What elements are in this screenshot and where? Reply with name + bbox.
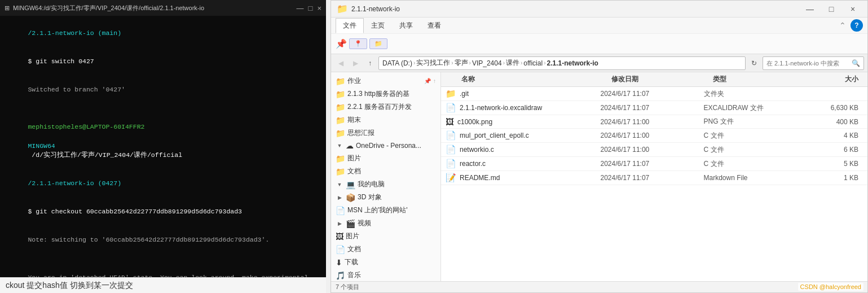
t-line-blank1 <box>5 104 321 113</box>
explorer-minimize-btn[interactable]: — <box>801 3 819 15</box>
breadcrumb-data-d[interactable]: DATA (D:) <box>382 59 412 67</box>
file-row-excalidraw[interactable]: 📄 2.1.1-network-io.excalidraw 2024/6/17 … <box>441 101 867 115</box>
ribbon-tab-file[interactable]: 文件 <box>336 18 364 33</box>
folder-icon: 📁 <box>336 77 345 86</box>
minimize-btn[interactable]: — <box>297 4 304 12</box>
file-row-networkio[interactable]: 📄 networkio.c 2024/6/17 11:00 C 文件 6 KB <box>441 143 867 157</box>
sidebar-item-msn[interactable]: 📄 MSN 上的'我的网站' <box>331 204 440 217</box>
col-header-name[interactable]: 名称 <box>441 75 607 84</box>
terminal-body[interactable]: /2.1.1-network-io (main) $ git switch 04… <box>0 16 326 293</box>
maximize-btn[interactable]: □ <box>309 4 313 12</box>
breadcrumb-vip2404[interactable]: VIP_2404 <box>472 59 502 67</box>
file-type-readme: Markdown File <box>704 174 807 182</box>
sidebar-item-docs[interactable]: 📁 文档 <box>331 165 440 178</box>
file-size-png: 400 KB <box>807 118 868 126</box>
breadcrumb-current[interactable]: 2.1.1-network-io <box>547 59 598 67</box>
ribbon-tabs: 文件 主页 共享 查看 ⌃ ? <box>331 18 867 33</box>
folder-icon: 📁 <box>336 154 345 163</box>
t-line-2: $ git switch 0427 <box>5 47 321 76</box>
file-date-mulport: 2024/6/17 11:00 <box>601 132 704 139</box>
search-input[interactable] <box>766 60 852 67</box>
sidebar-item-docs2[interactable]: 📄 文档 <box>331 243 440 256</box>
t-line-1: /2.1.1-network-io (main) <box>5 19 321 47</box>
file-type-reactor: C 文件 <box>704 159 807 169</box>
annotation-text: ckout 提交hash值 切换到某一次提交 <box>6 281 133 291</box>
explorer-maximize-btn[interactable]: □ <box>822 3 840 15</box>
music-icon: 🎵 <box>336 271 345 280</box>
explorer-title-left: 📁 2.1.1-network-io <box>337 3 400 14</box>
folder-new-btn[interactable]: 📁 <box>369 38 387 49</box>
file-name-png: 🖼 c1000k.png <box>441 117 601 126</box>
file-row-mulport[interactable]: 📄 mul_port_client_epoll.c 2024/6/17 11:0… <box>441 129 867 143</box>
sidebar-item-mypc[interactable]: ▼ 💻 我的电脑 <box>331 178 440 191</box>
git-folder-icon: 📁 <box>446 89 456 99</box>
sidebar-item-onedrive[interactable]: ▼ ☁ OneDrive - Persona... <box>331 139 440 152</box>
explorer-title: 2.1.1-network-io <box>351 5 400 13</box>
file-size-mulport: 4 KB <box>807 132 868 139</box>
pics-icon: 🖼 <box>336 232 343 241</box>
expand-ribbon-icon[interactable]: ⌃ <box>835 21 851 30</box>
file-row-png[interactable]: 🖼 c1000k.png 2024/6/17 11:00 PNG 文件 400 … <box>441 115 867 129</box>
download-icon: ⬇ <box>336 258 342 267</box>
sidebar-item-pictures[interactable]: 📁 图片 <box>331 152 440 165</box>
file-row-git[interactable]: 📁 .git 2024/6/17 11:07 文件夹 <box>441 87 867 101</box>
ribbon-tab-home[interactable]: 主页 <box>364 18 392 33</box>
ribbon-tab-share[interactable]: 共享 <box>392 18 420 33</box>
file-name-reactor: 📄 reactor.c <box>441 159 601 169</box>
t-line-7: Note: switching to '60ccabb25642d22777dd… <box>5 226 321 255</box>
pin-icon[interactable]: 📌 <box>336 38 347 49</box>
video-icon: 🎬 <box>346 219 355 228</box>
folder-icon: 📁 <box>336 103 345 112</box>
explorer-window: 📁 2.1.1-network-io — □ × 文件 主页 共享 查看 ⌃ <box>331 0 868 293</box>
file-row-readme[interactable]: 📝 README.md 2024/6/17 11:07 Markdown Fil… <box>441 171 867 185</box>
terminal-window: ⊞ MINGW64:/d/实习找工作/零声/VIP_2404/课件/offici… <box>0 0 326 293</box>
terminal-title-left: ⊞ MINGW64:/d/实习找工作/零声/VIP_2404/课件/offici… <box>5 4 204 12</box>
c-file-icon-2: 📄 <box>446 145 456 155</box>
arrow-icon: ↑ <box>433 78 436 84</box>
sidebar-item-qimo[interactable]: 📁 期末 <box>331 113 440 126</box>
nav-refresh-btn[interactable]: ↻ <box>748 57 760 69</box>
ribbon: 文件 主页 共享 查看 ⌃ ? 📌 📍 📁 <box>331 18 867 54</box>
nav-forward-btn[interactable]: ▶ <box>349 57 362 69</box>
sidebar-item-video[interactable]: ▶ 🎬 视频 <box>331 217 440 230</box>
sidebar-item-sixiang[interactable]: 📁 思想汇报 <box>331 126 440 139</box>
t-line-4: mephistopheles@LAPTOP-60I4FFR2 MINGW64 /… <box>5 113 321 170</box>
file-row-reactor[interactable]: 📄 reactor.c 2024/6/17 11:07 C 文件 5 KB <box>441 157 867 171</box>
folder-icon: 📁 <box>336 129 345 138</box>
col-header-size[interactable]: 大小 <box>810 75 867 84</box>
terminal-title: MINGW64:/d/实习找工作/零声/VIP_2404/课件/official… <box>13 4 204 12</box>
breadcrumb-official[interactable]: official <box>523 59 543 67</box>
c-file-icon-3: 📄 <box>446 159 456 169</box>
breadcrumb-kejian[interactable]: 课件 <box>506 58 519 68</box>
addressbar: ◀ ▶ ↑ DATA (D:) › 实习找工作 › 零声 › VIP_2404 … <box>331 54 867 72</box>
sidebar-item-downloads[interactable]: ⬇ 下载 <box>331 256 440 269</box>
status-text: 7 个项目 <box>336 283 359 291</box>
file-name-networkio: 📄 networkio.c <box>441 145 601 155</box>
sidebar-item-221[interactable]: 📁 2.2.1 服务器百万并发 <box>331 100 440 113</box>
help-icon[interactable]: ? <box>851 19 863 32</box>
sidebar-item-3d[interactable]: ▶ 📦 3D 对象 <box>331 191 440 204</box>
md-file-icon: 📝 <box>446 173 456 183</box>
breadcrumb-linsheng[interactable]: 零声 <box>455 58 468 68</box>
explorer-close-btn[interactable]: × <box>844 3 862 15</box>
statusbar: 7 个项目 <box>331 281 867 292</box>
nav-back-btn[interactable]: ◀ <box>334 57 347 69</box>
ribbon-tab-view[interactable]: 查看 <box>420 18 448 33</box>
sidebar-item-pics2[interactable]: 🖼 图片 <box>331 230 440 243</box>
docs-icon: 📄 <box>336 245 345 254</box>
folder-icon: 📁 <box>336 167 345 176</box>
sidebar-item-213[interactable]: 📁 2.1.3 http服务器的基 <box>331 88 440 100</box>
close-btn[interactable]: × <box>317 4 321 12</box>
col-header-date[interactable]: 修改日期 <box>607 75 708 84</box>
search-bar[interactable]: 🔍 <box>763 56 864 70</box>
nav-up-btn[interactable]: ↑ <box>364 57 376 69</box>
col-header-type[interactable]: 类型 <box>708 75 810 84</box>
explorer-window-controls: — □ × <box>801 3 862 15</box>
sidebar: 📁 作业 📌 ↑ 📁 2.1.3 http服务器的基 📁 2.2.1 服务器百万… <box>331 72 441 281</box>
explorer-folder-icon: 📁 <box>337 3 348 14</box>
sidebar-item-zuoye[interactable]: 📁 作业 📌 ↑ <box>331 75 440 88</box>
breadcrumb-shixí[interactable]: 实习找工作 <box>416 58 450 68</box>
sidebar-item-music[interactable]: 🎵 音乐 <box>331 269 440 281</box>
pin-to-quick-btn[interactable]: 📍 <box>349 38 367 49</box>
file-name-git: 📁 .git <box>441 89 601 99</box>
